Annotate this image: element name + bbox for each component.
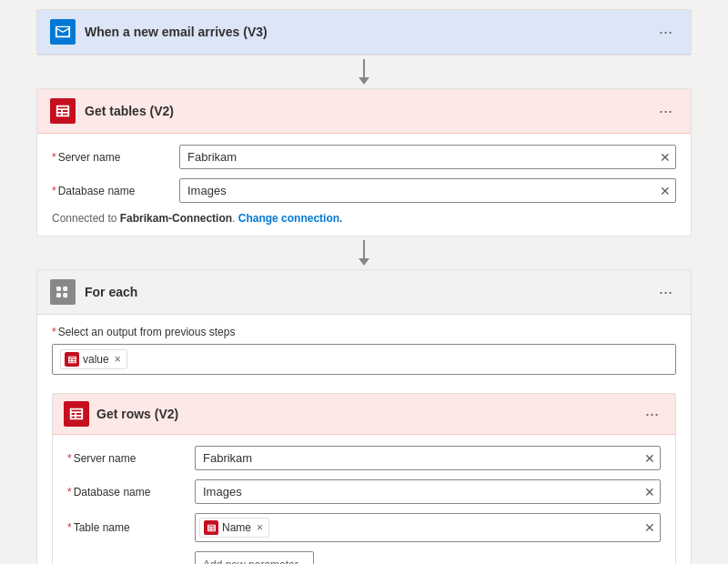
get-rows-body: *Server name ✕ *Database name ✕	[53, 435, 675, 564]
trigger-header: When a new email arrives (V3) ···	[37, 10, 691, 55]
database-name-input-wrapper: ✕	[179, 178, 676, 203]
get-rows-header: Get rows (V2) ···	[53, 394, 675, 435]
get-tables-title: Get tables (V2)	[85, 104, 644, 118]
trigger-icon	[50, 19, 76, 45]
flow-canvas: When a new email arrives (V3) ··· Get ta…	[36, 9, 692, 564]
get-rows-card: Get rows (V2) ··· *Server name ✕	[52, 393, 676, 564]
get-rows-icon-box	[64, 401, 89, 427]
arrow-head-2	[359, 258, 369, 266]
add-param-row: Add new parameter ⌵	[67, 551, 661, 564]
database-name-input[interactable]	[179, 178, 676, 203]
foreach-header: For each ···	[37, 270, 691, 315]
server-name-row: *Server name ✕	[52, 145, 676, 169]
get-rows-database-name-input[interactable]	[195, 479, 661, 504]
server-name-required: *	[52, 151, 56, 164]
server-name-clear-button[interactable]: ✕	[660, 151, 671, 164]
foreach-token-icon	[65, 352, 79, 367]
add-new-parameter-button[interactable]: Add new parameter ⌵	[195, 551, 314, 564]
email-icon	[55, 24, 71, 40]
database-name-required: *	[52, 185, 56, 197]
get-tables-body: *Server name ✕ *Database name ✕ Connecte…	[37, 134, 691, 236]
token-table-icon	[67, 355, 77, 365]
add-param-chevron-icon: ⌵	[298, 558, 306, 564]
arrow-line-2	[363, 240, 365, 258]
table-name-token: Name ×	[199, 518, 269, 538]
foreach-token-input[interactable]: value ×	[52, 344, 676, 375]
server-name-input-wrapper: ✕	[179, 145, 676, 169]
table-icon	[55, 103, 71, 119]
database-name-label: *Database name	[52, 185, 179, 197]
get-rows-more-button[interactable]: ···	[640, 404, 664, 424]
get-rows-server-name-clear-button[interactable]: ✕	[644, 452, 655, 465]
get-rows-server-name-input[interactable]	[195, 446, 661, 470]
foreach-icon	[55, 284, 71, 300]
get-tables-icon	[50, 98, 76, 124]
arrow-1	[359, 55, 369, 88]
foreach-icon-box	[50, 279, 76, 305]
database-name-row: *Database name ✕	[52, 178, 676, 203]
trigger-more-button[interactable]: ···	[653, 22, 678, 42]
get-tables-more-button[interactable]: ···	[653, 101, 678, 121]
get-rows-table-name-row: *Table name Name ×	[67, 513, 661, 542]
trigger-title: When a new email arrives (V3)	[85, 25, 644, 39]
foreach-card: For each ··· *Select an output from prev…	[36, 269, 692, 564]
get-rows-table-name-input-wrapper: Name × ✕	[195, 513, 661, 542]
server-name-input[interactable]	[179, 145, 676, 169]
get-rows-database-name-row: *Database name ✕	[67, 479, 661, 504]
table-name-token-icon	[204, 520, 218, 535]
table-name-token-label: Name	[222, 521, 251, 534]
arrow-line-1	[363, 59, 365, 77]
get-tables-card: Get tables (V2) ··· *Server name ✕ *Data…	[36, 88, 692, 237]
arrow-2	[359, 237, 369, 269]
foreach-more-button[interactable]: ···	[653, 282, 678, 302]
get-rows-database-name-label: *Database name	[67, 486, 195, 499]
get-rows-icon	[68, 406, 85, 422]
table-name-token-input[interactable]: Name ×	[195, 513, 661, 542]
add-param-label: Add new parameter	[203, 559, 298, 564]
get-tables-change-connection-link[interactable]: Change connection.	[238, 212, 343, 225]
foreach-select-label: *Select an output from previous steps	[52, 326, 676, 338]
foreach-token-remove-button[interactable]: ×	[115, 354, 121, 365]
get-rows-title: Get rows (V2)	[96, 407, 632, 421]
database-name-clear-button[interactable]: ✕	[660, 185, 671, 197]
get-rows-table-name-clear-button[interactable]: ✕	[644, 521, 655, 534]
trigger-card: When a new email arrives (V3) ···	[36, 9, 692, 55]
get-rows-server-name-input-wrapper: ✕	[195, 446, 661, 470]
foreach-value-token: value ×	[60, 349, 127, 369]
get-rows-table-name-label: *Table name	[67, 521, 195, 534]
foreach-body: *Select an output from previous steps va…	[37, 315, 691, 386]
get-tables-connection-info: Connected to Fabrikam-Connection. Change…	[52, 212, 676, 225]
foreach-title: For each	[85, 285, 644, 299]
get-rows-server-name-row: *Server name ✕	[67, 446, 661, 470]
server-name-label: *Server name	[52, 151, 179, 164]
table-name-token-table-icon	[207, 523, 217, 533]
table-name-token-remove-button[interactable]: ×	[257, 522, 263, 533]
get-tables-header: Get tables (V2) ···	[37, 89, 691, 134]
add-param-wrapper: Add new parameter ⌵	[195, 551, 661, 564]
foreach-token-label: value	[83, 353, 109, 366]
get-rows-database-name-clear-button[interactable]: ✕	[644, 486, 655, 499]
arrow-head-1	[359, 77, 369, 85]
get-rows-server-name-label: *Server name	[67, 452, 195, 465]
get-rows-database-name-input-wrapper: ✕	[195, 479, 661, 504]
